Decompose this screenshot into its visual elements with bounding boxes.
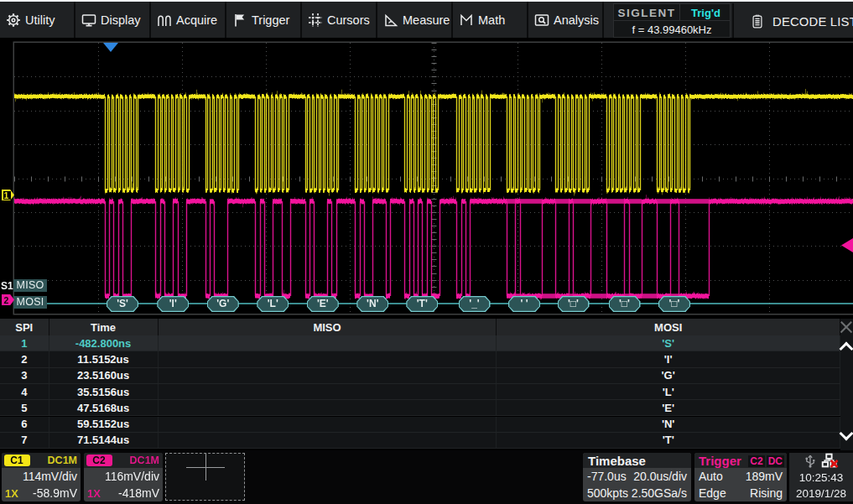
- menu-item-acquire[interactable]: Acquire: [151, 2, 226, 38]
- decode-bubble-label: ' ': [508, 296, 540, 312]
- close-icon[interactable]: [840, 320, 853, 334]
- trigger-flag-icon: [232, 13, 247, 28]
- cell-index: 5: [0, 400, 49, 415]
- menu-item-cursors[interactable]: Cursors: [302, 2, 377, 38]
- decode-bubble-label: 'E': [307, 296, 339, 312]
- cell-index: 1: [0, 335, 49, 351]
- decode-table-header: SPITimeMISOMOSI: [0, 319, 840, 335]
- timebase-row-3: 500kpts 2.50GSa/s: [583, 485, 691, 501]
- channel-probe: 1X: [87, 486, 101, 499]
- siglent-logo: SIGLENT: [614, 4, 680, 21]
- lan-disconnected-icon: [821, 453, 839, 471]
- trigger-type: Edge: [699, 486, 726, 500]
- channel-coupling: DC1M: [130, 455, 159, 466]
- table-header-time: Time: [49, 319, 159, 335]
- channel-box-c2[interactable]: C2DC1M116mV/div1X-418mV: [84, 453, 163, 501]
- oscilloscope-screen: SIGLENT Trig'd f = 43.99460kHz DECODE LI…: [0, 0, 853, 504]
- display-icon: [81, 13, 96, 28]
- cell-time: 59.5152us: [49, 417, 159, 432]
- timebase-header-row: Timebase: [583, 453, 691, 468]
- signal-label-miso: MISO: [13, 279, 47, 292]
- channel-offset: -58.9mV: [33, 486, 77, 500]
- cell-mosi: 'N': [497, 417, 840, 432]
- channel-2-position-marker[interactable]: 2: [2, 294, 14, 305]
- system-status-box[interactable]: 10:25:43 2019/1/28: [789, 453, 853, 501]
- cell-time: 71.5144us: [49, 433, 159, 448]
- cell-time: -482.800ns: [49, 335, 159, 351]
- decode-list-label: DECODE LIST: [772, 15, 853, 29]
- decode-list-button[interactable]: DECODE LIST: [732, 3, 853, 39]
- channel-box-c1[interactable]: C1DC1M114mV/div1X-58.9mV: [2, 453, 81, 501]
- trigger-box[interactable]: Trigger C2DC Auto 189mV Edge Rising: [694, 453, 787, 501]
- analysis-icon: [534, 13, 549, 28]
- trigger-frequency-readout: f = 43.99460kHz: [614, 22, 730, 38]
- table-row[interactable]: 435.5156us'L': [0, 384, 840, 400]
- cell-index: 3: [0, 368, 49, 383]
- bottom-status-bar: Timebase -77.0us 20.0us/div 500kpts 2.50…: [0, 450, 853, 504]
- cell-mosi: 'L': [497, 384, 840, 399]
- menu-item-analysis[interactable]: Analysis: [528, 2, 604, 38]
- waveform-display[interactable]: [0, 38, 853, 319]
- channel-offset: -418mV: [118, 486, 159, 500]
- table-row[interactable]: 1-482.800ns'S': [0, 335, 840, 351]
- menu-item-math[interactable]: Math: [453, 2, 528, 38]
- system-icons: [804, 454, 839, 470]
- channel-coupling: DC1M: [48, 455, 77, 466]
- system-date: 2019/1/28: [796, 486, 846, 501]
- timebase-row-2: -77.0us 20.0us/div: [583, 468, 691, 485]
- trigger-coupling-badge: DC: [767, 455, 784, 467]
- table-row[interactable]: 659.5152us'N': [0, 417, 840, 433]
- cell-mosi: 'T': [497, 433, 840, 448]
- cell-miso: [159, 400, 497, 415]
- add-channel-box[interactable]: [165, 453, 245, 501]
- table-header-spi: SPI: [0, 319, 49, 335]
- cell-miso: [159, 335, 497, 351]
- table-row[interactable]: 771.5144us'T': [0, 433, 840, 449]
- table-header-mosi: MOSI: [497, 319, 840, 335]
- cell-mosi: 'S': [497, 335, 840, 351]
- menu-item-measure[interactable]: Measure: [377, 2, 453, 38]
- scroll-up-icon[interactable]: [839, 340, 853, 356]
- decode-bubble: 'I': [157, 296, 189, 312]
- trigger-status: Trig'd: [681, 4, 731, 21]
- decode-bubble: '□': [558, 296, 590, 312]
- trigger-mode: Auto: [699, 470, 723, 483]
- menu-item-display[interactable]: Display: [75, 2, 151, 38]
- decode-bubble: 'S': [107, 296, 138, 312]
- channel-1-position-marker[interactable]: 1: [2, 190, 14, 200]
- menu-item-label: Trigger: [252, 13, 289, 27]
- decode-bubble-label: '□': [658, 296, 690, 312]
- timebase-points: 500kpts: [587, 486, 628, 500]
- bus-label-s1: S1: [1, 280, 13, 292]
- system-time: 10:25:43: [799, 470, 844, 486]
- decode-bubble-label: 'N': [356, 296, 388, 312]
- menu-item-trigger[interactable]: Trigger: [226, 2, 302, 38]
- menu-item-utility[interactable]: Utility: [0, 2, 75, 38]
- channel-marker-label: 1: [2, 190, 11, 200]
- measure-triangle-icon: [383, 13, 398, 28]
- scroll-down-icon[interactable]: [839, 428, 853, 444]
- menu-item-label: Cursors: [327, 13, 370, 27]
- gear-icon: [6, 13, 21, 28]
- cell-miso: [159, 368, 497, 383]
- decode-bubble: 'G': [207, 296, 239, 312]
- table-header-miso: MISO: [159, 319, 497, 335]
- decode-bubble: 'T': [406, 296, 438, 312]
- channel-badge-c2: C2: [86, 455, 112, 466]
- trigger-source-badge: C2: [748, 455, 764, 467]
- cell-index: 4: [0, 384, 49, 399]
- clipboard-icon: [750, 14, 765, 29]
- timebase-box[interactable]: Timebase -77.0us 20.0us/div 500kpts 2.50…: [583, 453, 691, 501]
- channel-marker-label: 2: [2, 294, 11, 305]
- table-row[interactable]: 211.5152us'I': [0, 351, 840, 367]
- table-row[interactable]: 323.5160us'G': [0, 368, 840, 384]
- decode-bubble-label: 'I': [157, 296, 189, 312]
- menu-item-label: Display: [101, 13, 141, 27]
- trigger-slope: Rising: [750, 486, 783, 500]
- channel-badge-c1: C1: [4, 455, 30, 466]
- acquire-icon: [157, 13, 172, 28]
- cell-index: 6: [0, 417, 49, 432]
- cell-miso: [159, 384, 497, 399]
- trigger-row-2: Auto 189mV: [694, 468, 787, 485]
- table-row[interactable]: 547.5168us'E': [0, 400, 840, 416]
